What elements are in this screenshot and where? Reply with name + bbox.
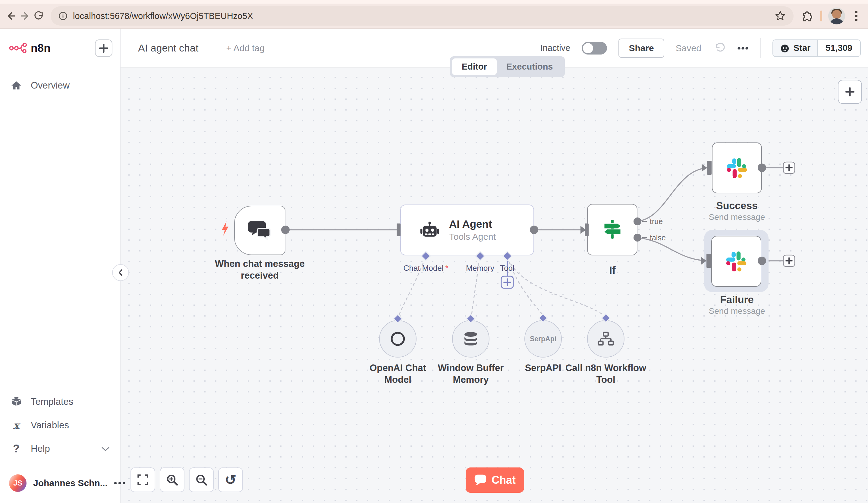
browser-back-button[interactable] (4, 9, 18, 23)
sidebar-bottom: Templates x Variables ? Help JS Johannes… (0, 390, 120, 503)
variable-x-icon: x (10, 419, 22, 431)
browser-reload-button[interactable] (32, 9, 46, 23)
extensions-puzzle-icon[interactable] (800, 9, 814, 23)
browser-menu-button[interactable] (849, 9, 863, 23)
github-star-label: Star (794, 43, 810, 53)
subnode-serpapi[interactable]: SerpApi (524, 320, 562, 357)
node-label-trigger: When chat message received (211, 258, 308, 282)
github-icon (780, 43, 790, 53)
sidebar-item-label: Templates (31, 396, 73, 407)
node-sublabel-failure: Send message (687, 306, 787, 316)
kebab-menu-icon (855, 10, 858, 22)
tab-executions[interactable]: Executions (497, 59, 563, 75)
toggle-knob (583, 43, 593, 53)
sidebar-item-help[interactable]: ? Help (0, 437, 120, 461)
sidebar-item-label: Help (31, 443, 50, 454)
zoom-in-button[interactable] (160, 468, 185, 492)
url-text[interactable]: localhost:5678/workflow/xWy6Oj5TBEUHzo5X (73, 11, 774, 21)
avatar-face (832, 10, 841, 19)
site-info-icon[interactable] (58, 11, 68, 21)
view-tabs: Editor Executions (450, 56, 565, 77)
sidebar-item-label: Overview (31, 80, 70, 91)
workflow-title[interactable]: AI agent chat (138, 42, 198, 54)
chat-button-label: Chat (492, 474, 516, 486)
zoom-out-icon (195, 473, 208, 486)
tab-editor[interactable]: Editor (452, 59, 497, 75)
subnode-label: OpenAI Chat Model (355, 362, 440, 386)
trigger-bolt-icon (220, 221, 230, 236)
subnode-openai-chat-model[interactable] (379, 320, 416, 357)
browser-chrome: localhost:5678/workflow/xWy6Oj5TBEUHzo5X (0, 0, 868, 29)
plus-icon (845, 87, 855, 96)
port-label-tool: Tool (490, 263, 524, 273)
node-title-agent: AI Agent (449, 218, 496, 230)
question-mark-icon: ? (10, 442, 22, 455)
url-bar[interactable]: localhost:5678/workflow/xWy6Oj5TBEUHzo5X (51, 6, 794, 25)
open-chat-button[interactable]: Chat (466, 468, 524, 493)
sidebar-item-overview[interactable]: Overview (0, 74, 120, 97)
user-name: Johannes Schn... (33, 478, 107, 488)
version-history-icon[interactable] (713, 42, 725, 54)
share-button[interactable]: Share (619, 39, 664, 58)
browser-profile-avatar[interactable] (828, 8, 845, 24)
add-node-button[interactable] (838, 80, 862, 104)
serpapi-wordmark: SerpApi (530, 335, 556, 343)
node-success[interactable] (712, 143, 762, 193)
database-icon (462, 331, 479, 347)
add-tag-button[interactable]: + Add tag (226, 43, 265, 53)
forward-arrow-icon (19, 10, 31, 22)
sidebar-item-label: Variables (31, 420, 69, 431)
node-if[interactable] (587, 204, 638, 255)
slack-icon (727, 158, 747, 178)
signpost-icon (601, 218, 624, 242)
sidebar-item-variables[interactable]: x Variables (0, 413, 120, 437)
zoom-in-icon (166, 473, 178, 486)
box-icon (10, 397, 22, 407)
chat-bubble-icon (474, 474, 487, 486)
main-panel: AI agent chat + Add tag Inactive Share S… (121, 29, 868, 503)
zoom-out-button[interactable] (189, 468, 214, 492)
reset-zoom-button[interactable]: ↺ (218, 468, 243, 492)
user-avatar: JS (9, 474, 27, 492)
bookmark-star-icon[interactable] (774, 10, 786, 22)
reset-zoom-icon: ↺ (225, 473, 237, 487)
subnode-label: Window Buffer Memory (428, 362, 513, 386)
subnode-call-n8n-workflow-tool[interactable] (587, 320, 624, 357)
slack-icon (726, 251, 746, 272)
chrome-divider (820, 11, 822, 21)
logo-text: n8n (31, 42, 51, 54)
sidebar-item-templates[interactable]: Templates (0, 390, 120, 413)
node-label-success: Success (687, 199, 787, 212)
edge-if-false-failure (638, 238, 708, 261)
new-workflow-button[interactable] (95, 40, 112, 57)
workflow-canvas[interactable]: When chat message received AI Agent Tool… (121, 68, 868, 503)
fit-view-button[interactable] (131, 468, 155, 492)
browser-forward-button[interactable] (18, 9, 32, 23)
github-star-widget[interactable]: Star 51,309 (773, 40, 861, 57)
sidebar-collapse-button[interactable] (112, 264, 129, 281)
chat-bubbles-icon (248, 220, 271, 240)
user-options-icon[interactable] (114, 482, 125, 484)
node-label-failure: Failure (687, 293, 787, 306)
openai-icon (389, 329, 407, 348)
node-sublabel-success: Send message (687, 212, 787, 222)
puzzle-icon (801, 10, 814, 22)
workflow-menu-icon[interactable] (737, 46, 749, 50)
activation-status-label: Inactive (540, 43, 570, 53)
robot-icon (420, 221, 440, 240)
user-menu[interactable]: JS Johannes Schn... (0, 466, 120, 500)
node-chat-trigger[interactable] (234, 206, 286, 255)
n8n-logo-icon (9, 42, 27, 54)
chevron-left-icon (117, 269, 124, 276)
node-failure[interactable] (711, 236, 761, 287)
activation-toggle[interactable] (582, 42, 607, 54)
port-label-text: Chat Model (403, 263, 443, 273)
node-label-if: If (582, 263, 643, 277)
reload-icon (33, 10, 45, 22)
node-ai-agent[interactable]: AI Agent Tools Agent (400, 205, 534, 255)
app-shell: n8n Overview (0, 29, 868, 503)
plus-icon (99, 44, 108, 53)
sidebar: n8n Overview (0, 29, 121, 503)
subnode-window-buffer-memory[interactable] (452, 320, 489, 357)
home-icon (10, 81, 22, 91)
